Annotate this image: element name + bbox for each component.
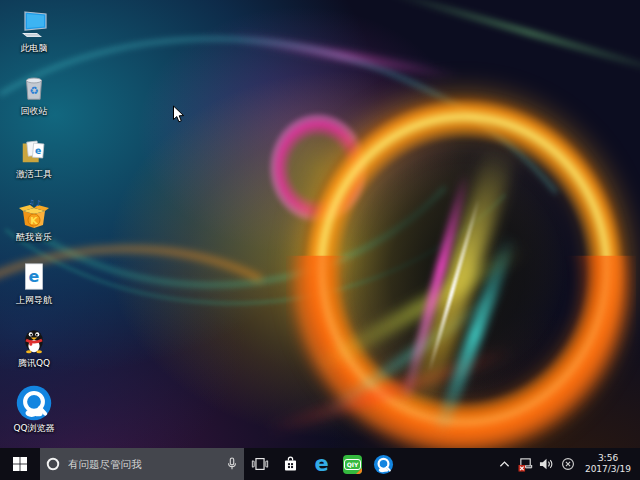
microphone-icon[interactable] — [226, 457, 238, 471]
iqiyi-button[interactable]: QIY — [337, 448, 368, 480]
circle-x-icon — [561, 457, 575, 471]
desktop-icon-recycle-bin[interactable]: ♻ 回收站 — [4, 71, 64, 117]
speaker-icon — [539, 457, 554, 471]
cortana-search-box[interactable] — [40, 448, 244, 480]
network-disconnected-icon — [518, 457, 534, 472]
clock-date: 2017/3/19 — [582, 464, 634, 475]
kuwo-music-icon: K ♪ ♫ — [17, 197, 51, 231]
edge-button[interactable]: e — [306, 448, 337, 480]
desktop-icon-label: 腾讯QQ — [4, 358, 64, 369]
task-view-button[interactable] — [244, 448, 275, 480]
taskbar: e QIY — [0, 448, 640, 480]
svg-text:K: K — [30, 215, 38, 226]
iqiyi-icon: QIY — [343, 455, 362, 474]
microsoft-store-icon — [282, 455, 299, 473]
activation-tool-icon: e — [17, 134, 51, 168]
windows-logo-icon — [12, 456, 28, 472]
taskbar-apps: e QIY — [244, 448, 399, 480]
cortana-icon — [46, 457, 60, 471]
hidden-icons-button[interactable] — [496, 448, 513, 480]
microsoft-store-button[interactable] — [275, 448, 306, 480]
start-button[interactable] — [0, 448, 40, 480]
system-tray: 3:56 2017/3/19 — [496, 448, 640, 480]
input-indicator-button[interactable] — [559, 448, 576, 480]
desktop-icon-label: 酷我音乐 — [4, 232, 64, 243]
desktop[interactable]: 此电脑 ♻ 回收站 e 激活工具 — [0, 0, 640, 448]
desktop-icon-label: 激活工具 — [4, 169, 64, 180]
desktop-icon-label: 上网导航 — [4, 295, 64, 306]
edge-icon: e — [314, 454, 328, 475]
desktop-icon-web-navigation[interactable]: e 上网导航 — [4, 260, 64, 306]
this-pc-icon — [17, 8, 51, 42]
screen: 此电脑 ♻ 回收站 e 激活工具 — [0, 0, 640, 480]
web-navigation-icon: e — [17, 260, 51, 294]
qq-browser-icon — [15, 384, 53, 422]
svg-text:♻: ♻ — [29, 84, 38, 96]
chevron-up-icon — [499, 460, 510, 468]
svg-text:♪: ♪ — [36, 199, 41, 208]
svg-text:♫: ♫ — [29, 198, 34, 205]
clock-time: 3:56 — [582, 453, 634, 464]
desktop-icon-qq-browser[interactable]: QQ浏览器 — [4, 384, 64, 434]
desktop-icon-label: QQ浏览器 — [4, 423, 64, 434]
taskbar-spacer — [399, 448, 496, 480]
network-status-button[interactable] — [517, 448, 534, 480]
tencent-qq-icon — [17, 323, 51, 357]
iqiyi-icon-corner — [356, 468, 362, 474]
qq-browser-taskbar-button[interactable] — [368, 448, 399, 480]
clock[interactable]: 3:56 2017/3/19 — [580, 453, 636, 475]
desktop-icon-activation-tool[interactable]: e 激活工具 — [4, 134, 64, 180]
search-input[interactable] — [66, 457, 220, 471]
svg-text:e: e — [35, 145, 42, 157]
svg-text:e: e — [29, 267, 40, 286]
volume-button[interactable] — [538, 448, 555, 480]
desktop-icon-label: 回收站 — [4, 106, 64, 117]
task-view-icon — [251, 456, 269, 472]
qq-browser-icon — [373, 454, 394, 475]
desktop-icon-kuwo-music[interactable]: K ♪ ♫ 酷我音乐 — [4, 197, 64, 243]
desktop-icon-tencent-qq[interactable]: 腾讯QQ — [4, 323, 64, 369]
desktop-icon-this-pc[interactable]: 此电脑 — [4, 8, 64, 54]
desktop-icon-label: 此电脑 — [4, 43, 64, 54]
recycle-bin-icon: ♻ — [17, 71, 51, 105]
